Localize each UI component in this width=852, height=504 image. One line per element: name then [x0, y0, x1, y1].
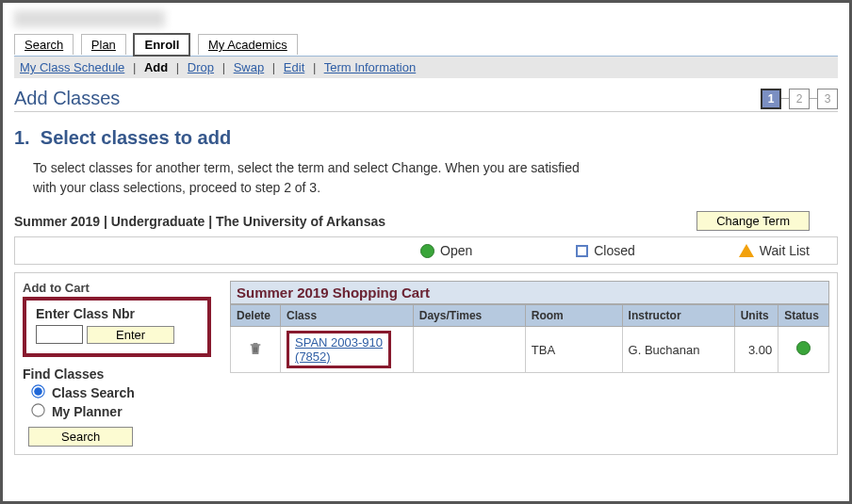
term-row: Summer 2019 | Undergraduate | The Univer… — [14, 211, 838, 231]
intro-text: To select classes for another term, sele… — [33, 158, 838, 198]
class-link[interactable]: SPAN 2003-910 (7852) — [295, 335, 383, 364]
col-days-times: Days/Times — [413, 305, 525, 327]
wizard-steps: 1 2 3 — [761, 89, 838, 109]
subnav-swap[interactable]: Swap — [234, 60, 265, 74]
page-title: Add Classes — [14, 88, 120, 109]
search-button[interactable]: Search — [28, 427, 133, 447]
enter-class-nbr-box: Enter Class Nbr Enter — [23, 297, 211, 357]
open-icon — [420, 244, 434, 258]
main-content: Add to Cart Enter Class Nbr Enter Find C… — [14, 272, 838, 455]
cell-days-times — [413, 327, 525, 373]
class-search-label[interactable]: Class Search — [52, 385, 135, 400]
page-title-row: Add Classes 1 2 3 — [14, 88, 838, 112]
step-1: 1 — [761, 89, 781, 109]
class-link-highlight: SPAN 2003-910 (7852) — [287, 331, 391, 368]
col-room: Room — [525, 305, 622, 327]
change-term-button[interactable]: Change Term — [696, 211, 810, 231]
legend-waitlist: Wait List — [739, 243, 810, 258]
col-units: Units — [734, 305, 778, 327]
cell-units: 3.00 — [734, 327, 778, 373]
enter-class-nbr-label: Enter Class Nbr — [36, 306, 198, 321]
step-2: 2 — [789, 89, 810, 109]
my-planner-label[interactable]: My Planner — [52, 404, 123, 419]
app-frame: Search Plan Enroll My Academics My Class… — [0, 0, 852, 504]
cart-title: Summer 2019 Shopping Cart — [230, 281, 829, 304]
col-status: Status — [778, 305, 829, 327]
closed-icon — [576, 245, 588, 257]
waitlist-icon — [739, 244, 754, 257]
class-nbr-input[interactable] — [36, 325, 83, 344]
step-3: 3 — [817, 89, 838, 109]
subnav-add: Add — [144, 60, 168, 74]
tab-plan[interactable]: Plan — [81, 34, 126, 55]
enter-button[interactable]: Enter — [87, 326, 174, 344]
cell-room: TBA — [525, 327, 622, 373]
my-planner-radio[interactable] — [31, 403, 44, 416]
subnav-edit[interactable]: Edit — [284, 60, 304, 74]
cart-row: SPAN 2003-910 (7852) TBA G. Buchanan 3.0… — [231, 327, 829, 373]
cell-instructor: G. Buchanan — [622, 327, 734, 373]
legend-closed: Closed — [576, 243, 635, 258]
primary-tabs: Search Plan Enroll My Academics — [14, 33, 838, 57]
sub-nav: My Class Schedule | Add | Drop | Swap | … — [14, 57, 838, 78]
cart-panel: Summer 2019 Shopping Cart Delete Class D… — [230, 281, 829, 447]
class-search-radio[interactable] — [31, 384, 44, 398]
find-classes-label: Find Classes — [23, 366, 211, 382]
term-info: Summer 2019 | Undergraduate | The Univer… — [14, 214, 385, 229]
left-panel: Add to Cart Enter Class Nbr Enter Find C… — [23, 281, 211, 447]
cart-table: Delete Class Days/Times Room Instructor … — [230, 304, 829, 373]
delete-row-button[interactable] — [248, 346, 263, 360]
tab-enroll[interactable]: Enroll — [133, 33, 190, 57]
status-legend: Open Closed Wait List — [14, 236, 838, 265]
subnav-drop[interactable]: Drop — [188, 60, 214, 74]
col-delete: Delete — [231, 305, 281, 327]
add-to-cart-label: Add to Cart — [23, 281, 211, 295]
subnav-term-info[interactable]: Term Information — [324, 60, 417, 74]
tab-search[interactable]: Search — [14, 34, 74, 55]
trash-icon — [248, 340, 263, 357]
blurred-header — [14, 10, 165, 27]
col-instructor: Instructor — [622, 305, 734, 327]
legend-open: Open — [420, 243, 472, 258]
col-class: Class — [281, 305, 414, 327]
tab-my-academics[interactable]: My Academics — [198, 34, 298, 55]
section-heading: 1. Select classes to add — [14, 127, 838, 149]
subnav-my-class-schedule[interactable]: My Class Schedule — [20, 60, 124, 74]
cart-header-row: Delete Class Days/Times Room Instructor … — [231, 305, 829, 327]
status-open-icon — [796, 341, 811, 355]
